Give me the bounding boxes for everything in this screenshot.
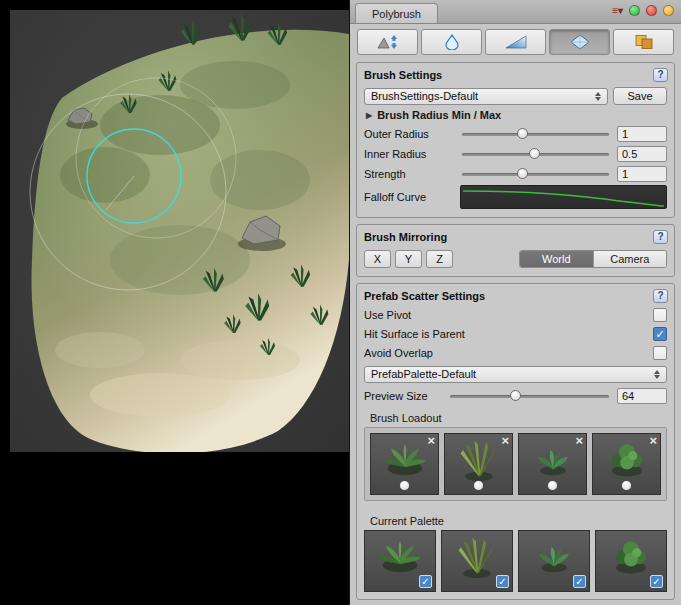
smooth-tool-button[interactable]	[421, 29, 482, 55]
polybrush-window: Polybrush ≡▾	[349, 0, 681, 605]
foldout-arrow-icon: ▶	[366, 111, 372, 120]
mirror-z-button[interactable]: Z	[426, 250, 453, 268]
brush-mirroring-header: Brush Mirroring ?	[364, 230, 667, 246]
preview-size-slider[interactable]	[450, 388, 609, 404]
slider-track[interactable]	[450, 395, 609, 398]
outer-radius-label: Outer Radius	[364, 128, 460, 140]
prefab-scatter-section: Prefab Scatter Settings ? Use Pivot Hit …	[356, 283, 675, 600]
loadout-radio[interactable]	[473, 480, 484, 491]
palette-item-checkbox[interactable]: ✓	[573, 575, 586, 588]
sprout-plant-icon	[531, 534, 577, 580]
prism-icon	[568, 34, 592, 50]
use-pivot-row: Use Pivot	[364, 305, 667, 324]
loadout-thumbnail-sprout[interactable]: ×	[518, 433, 587, 495]
brush-mirroring-section: Brush Mirroring ? X Y Z World Camera	[356, 224, 675, 277]
use-pivot-label: Use Pivot	[364, 309, 653, 321]
prefab-scatter-header: Prefab Scatter Settings ?	[364, 289, 667, 305]
avoid-overlap-label: Avoid Overlap	[364, 347, 653, 359]
scene-view[interactable]	[0, 0, 349, 605]
brush-settings-section: Brush Settings ? BrushSettings-Default S…	[356, 62, 675, 218]
outer-radius-slider[interactable]	[462, 126, 609, 142]
strength-value-field[interactable]: 1	[617, 166, 667, 182]
texture-tool-button[interactable]	[613, 29, 674, 55]
tool-mode-toolbar	[350, 24, 681, 59]
remove-loadout-icon[interactable]: ×	[501, 434, 509, 448]
strength-slider[interactable]	[462, 166, 609, 182]
slider-knob[interactable]	[517, 168, 528, 179]
remove-loadout-icon[interactable]: ×	[649, 434, 657, 448]
remove-loadout-icon[interactable]: ×	[575, 434, 583, 448]
hit-surface-checkbox[interactable]: ✓	[653, 327, 667, 341]
palette-item-checkbox[interactable]: ✓	[496, 575, 509, 588]
brush-loadout-grid: × × × ×	[370, 433, 661, 495]
hit-surface-row: Hit Surface is Parent ✓	[364, 324, 667, 343]
preview-size-value-field[interactable]: 64	[617, 388, 667, 404]
fern-plant-icon	[377, 534, 423, 580]
slider-knob[interactable]	[510, 390, 521, 401]
grass-tuft-icon	[456, 437, 502, 483]
brush-loadout-label: Brush Loadout	[370, 412, 667, 424]
falloff-curve-field[interactable]	[460, 185, 667, 209]
window-menu-icon[interactable]: ≡▾	[612, 6, 623, 16]
falloff-curve-row: Falloff Curve	[364, 184, 667, 210]
loadout-radio[interactable]	[547, 480, 558, 491]
slider-track[interactable]	[462, 173, 609, 176]
brush-loadout-box: × × × ×	[364, 427, 667, 501]
mirror-y-button[interactable]: Y	[395, 250, 422, 268]
window-dot-green-icon[interactable]	[629, 5, 640, 16]
loadout-radio[interactable]	[621, 480, 632, 491]
palette-thumbnail-sprout[interactable]: ✓	[518, 530, 590, 592]
gradient-triangle-icon	[504, 34, 528, 50]
slider-knob[interactable]	[517, 128, 528, 139]
palette-thumbnail-fern[interactable]: ✓	[364, 530, 436, 592]
use-pivot-checkbox[interactable]	[653, 308, 667, 322]
palette-thumbnail-grass[interactable]: ✓	[441, 530, 513, 592]
mirror-space-toggle: World Camera	[519, 250, 667, 268]
strength-row: Strength 1	[364, 164, 667, 184]
falloff-curve-graph	[461, 186, 666, 209]
loadout-thumbnail-leafy[interactable]: ×	[592, 433, 661, 495]
scatter-tool-button[interactable]	[549, 29, 610, 55]
hit-surface-label: Hit Surface is Parent	[364, 328, 653, 340]
scene-viewport[interactable]	[10, 10, 349, 452]
window-titlebar[interactable]: Polybrush ≡▾	[350, 0, 681, 24]
help-icon[interactable]: ?	[653, 68, 668, 82]
slider-track[interactable]	[462, 133, 609, 136]
window-title: Polybrush	[372, 8, 421, 20]
falloff-curve-label: Falloff Curve	[364, 191, 460, 203]
loadout-radio[interactable]	[399, 480, 410, 491]
terrain-render	[10, 10, 349, 452]
inner-radius-value-field[interactable]: 0.5	[617, 146, 667, 162]
palette-thumbnail-leafy[interactable]: ✓	[595, 530, 667, 592]
mirroring-controls-row: X Y Z World Camera	[364, 249, 667, 269]
mirror-x-button[interactable]: X	[364, 250, 391, 268]
mirror-space-camera-button[interactable]: Camera	[593, 251, 667, 267]
strength-label: Strength	[364, 168, 460, 180]
help-icon[interactable]: ?	[653, 230, 668, 244]
outer-radius-value-field[interactable]: 1	[617, 126, 667, 142]
avoid-overlap-checkbox[interactable]	[653, 346, 667, 360]
preview-size-label: Preview Size	[364, 390, 448, 402]
paint-tool-button[interactable]	[485, 29, 546, 55]
remove-loadout-icon[interactable]: ×	[427, 434, 435, 448]
loadout-thumbnail-fern[interactable]: ×	[370, 433, 439, 495]
help-icon[interactable]: ?	[653, 289, 668, 303]
save-button[interactable]: Save	[613, 87, 667, 105]
loadout-thumbnail-grass[interactable]: ×	[444, 433, 513, 495]
sculpt-tool-button[interactable]	[357, 29, 418, 55]
grass-tuft-icon	[454, 534, 500, 580]
prefab-palette-dropdown[interactable]: PrefabPalette-Default	[364, 366, 667, 383]
window-dot-yellow-icon[interactable]	[663, 5, 674, 16]
palette-item-checkbox[interactable]: ✓	[650, 575, 663, 588]
mountain-raise-icon	[376, 34, 400, 50]
inner-radius-row: Inner Radius 0.5	[364, 144, 667, 164]
current-palette-label: Current Palette	[370, 515, 667, 527]
brush-radius-foldout[interactable]: ▶ Brush Radius Min / Max	[364, 106, 667, 124]
window-tab-polybrush[interactable]: Polybrush	[355, 3, 438, 23]
brush-settings-preset-dropdown[interactable]: BrushSettings-Default	[364, 88, 608, 105]
mirror-space-world-button[interactable]: World	[520, 251, 593, 267]
window-dot-red-icon[interactable]	[646, 5, 657, 16]
slider-knob[interactable]	[529, 148, 540, 159]
palette-item-checkbox[interactable]: ✓	[419, 575, 432, 588]
inner-radius-slider[interactable]	[462, 146, 609, 162]
